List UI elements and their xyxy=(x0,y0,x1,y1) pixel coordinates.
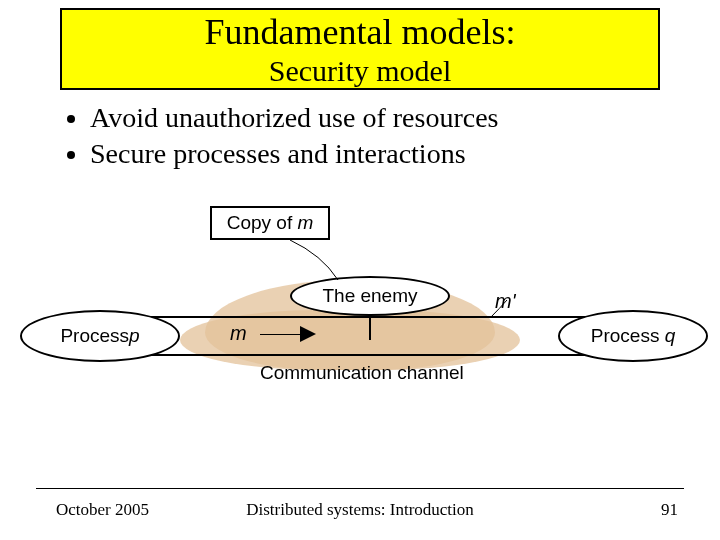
process-q-var: q xyxy=(665,325,676,346)
message-m-prime-label: m' xyxy=(495,290,515,313)
arrow-right-icon xyxy=(300,326,316,342)
enemy-node: The enemy xyxy=(290,276,450,316)
copy-of-m-var: m xyxy=(297,212,313,233)
bullet-list: Avoid unauthorized use of resources Secu… xyxy=(60,100,660,172)
communication-channel-label: Communication channel xyxy=(260,362,464,384)
bullet-item: Secure processes and interactions xyxy=(90,136,660,172)
process-p-label: Processp xyxy=(60,325,139,346)
slide: Fundamental models: Security model Avoid… xyxy=(0,0,720,540)
title-sub: Security model xyxy=(62,54,658,88)
title-block: Fundamental models: Security model xyxy=(60,8,660,90)
footer-title: Distributed systems: Introduction xyxy=(0,500,720,520)
footer-page-number: 91 xyxy=(661,500,678,520)
process-q-node: Process q xyxy=(558,310,708,362)
process-q-label: Process q xyxy=(591,325,676,346)
arrow-shaft xyxy=(260,334,300,335)
process-p-prefix: Process xyxy=(60,325,129,346)
connector-copy-to-enemy xyxy=(290,240,338,280)
copy-of-m-prefix: Copy of xyxy=(227,212,298,233)
footer-rule xyxy=(36,488,684,489)
bullet-item: Avoid unauthorized use of resources xyxy=(90,100,660,136)
process-p-node: Processp xyxy=(20,310,180,362)
copy-of-m-box: Copy of m xyxy=(210,206,330,240)
enemy-label: The enemy xyxy=(322,285,417,306)
message-m-label: m xyxy=(230,322,247,345)
communication-channel-box xyxy=(108,316,612,356)
title-main: Fundamental models: xyxy=(62,10,658,54)
process-q-prefix: Process xyxy=(591,325,660,346)
process-p-var: p xyxy=(129,325,140,346)
